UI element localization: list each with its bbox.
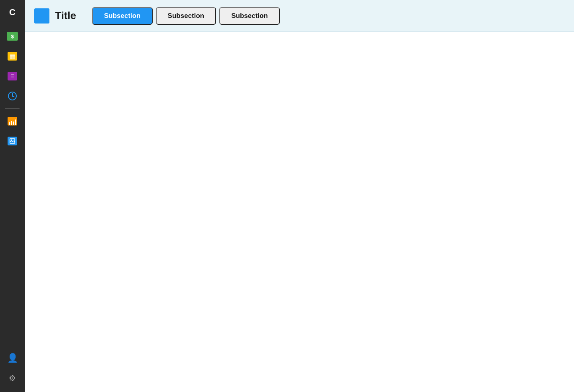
sidebar-item-clock[interactable] (0, 86, 25, 106)
calendar-icon (8, 52, 17, 61)
header-title-section: Title (34, 8, 76, 24)
header: Title Subsection Subsection Subsection (25, 0, 574, 32)
tab-subsection-3[interactable]: Subsection (219, 7, 280, 25)
dollar-icon (7, 32, 18, 41)
sidebar-item-calendar[interactable] (0, 46, 25, 66)
sidebar-item-media[interactable] (0, 131, 25, 151)
header-nav: Subsection Subsection Subsection (92, 7, 280, 25)
sidebar-divider (5, 108, 20, 109)
sidebar-logo[interactable]: C (0, 0, 25, 25)
sidebar-item-profile[interactable]: 👤 (0, 348, 25, 368)
page-title: Title (55, 10, 76, 22)
tab-subsection-2[interactable]: Subsection (156, 7, 216, 25)
sidebar-item-list[interactable] (0, 66, 25, 86)
clock-icon (8, 92, 17, 100)
svg-point-1 (11, 139, 12, 141)
sidebar-item-settings[interactable]: ⚙ (0, 368, 25, 388)
gear-icon: ⚙ (9, 373, 16, 383)
logo-letter: C (9, 7, 16, 18)
sidebar-bottom: 👤 ⚙ (0, 348, 25, 392)
sidebar-item-analytics[interactable] (0, 111, 25, 131)
sidebar: C (0, 0, 25, 392)
sidebar-item-finance[interactable] (0, 26, 25, 46)
image-icon (8, 137, 17, 145)
main-content: Title Subsection Subsection Subsection (25, 0, 574, 392)
user-icon: 👤 (7, 353, 18, 363)
header-logo-box (34, 8, 49, 24)
list-icon (8, 72, 17, 80)
sidebar-nav (0, 25, 25, 348)
bar-chart-icon (8, 117, 17, 125)
tab-subsection-1[interactable]: Subsection (92, 7, 153, 25)
content-area (25, 32, 574, 392)
